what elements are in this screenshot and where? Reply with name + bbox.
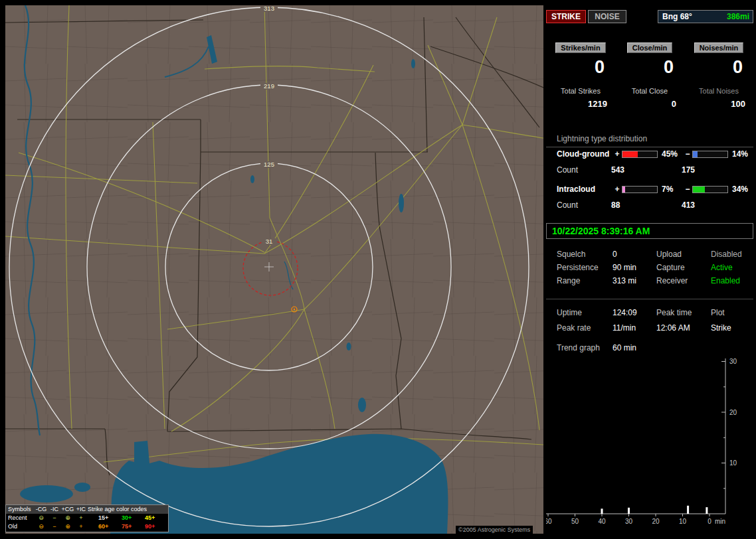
lake bbox=[347, 343, 351, 350]
squelch-value: 0 bbox=[613, 250, 656, 259]
minus-percent: 14% bbox=[728, 149, 751, 159]
minus-percent: 34% bbox=[728, 185, 751, 194]
noise-mode-button[interactable]: NOISE bbox=[588, 10, 626, 23]
plus-percent: 7% bbox=[658, 185, 683, 194]
range-value: 313 mi bbox=[613, 276, 656, 285]
bearing-distance: 386mi bbox=[727, 11, 753, 23]
pos-ic-recent-icon: + bbox=[74, 514, 88, 522]
y-tick-10: 10 bbox=[729, 459, 737, 467]
plus-percent: 45% bbox=[658, 149, 683, 159]
neg-cg-old-icon: ⊖ bbox=[35, 522, 48, 531]
age-code: 75+ bbox=[122, 522, 145, 531]
minus-polarity-bar-fill bbox=[693, 151, 698, 157]
peak-rate-label: Peak rate bbox=[557, 323, 613, 333]
distribution-row-intracloud: Intracloud + 7% − 34% bbox=[557, 185, 753, 194]
divider bbox=[546, 299, 753, 299]
total-strikes-value: 1219 bbox=[546, 99, 615, 109]
minus-polarity-bar bbox=[692, 151, 728, 158]
pos-ic-old-icon: + bbox=[74, 522, 88, 531]
minus-sign: − bbox=[683, 185, 692, 194]
minus-polarity-bar-fill bbox=[693, 187, 705, 193]
range-label: Range bbox=[557, 276, 613, 285]
trend-graph-label: Trend graph bbox=[557, 343, 613, 352]
status-row: Squelch 0 Upload Disabled bbox=[557, 250, 753, 259]
ring-label-31: 31 bbox=[266, 238, 273, 245]
pos-cg-recent-icon: ⊕ bbox=[61, 514, 74, 522]
mode-toolbar: STRIKE NOISE 386mi Bng 68° bbox=[546, 10, 753, 23]
upload-label: Upload bbox=[656, 250, 711, 259]
trend-graph: 30 20 10 60 50 40 30 20 10 0 min bbox=[546, 354, 753, 532]
stats-row: Peak rate 11/min 12:06 AM Strike bbox=[557, 323, 753, 333]
nexstorm-window: 313 219 125 31 Symbols -CG -IC +CG +IC S… bbox=[0, 0, 756, 539]
capture-status: Active bbox=[711, 263, 753, 272]
plot-label: Plot bbox=[711, 308, 753, 317]
legend-col-pos-cg: +CG bbox=[61, 505, 74, 514]
minus-sign: − bbox=[683, 149, 692, 159]
uptime-value: 124:09 bbox=[613, 308, 656, 317]
minus-polarity-bar bbox=[692, 186, 728, 193]
persistence-value: 90 min bbox=[613, 263, 656, 272]
x-tick-60: 60 bbox=[546, 518, 552, 525]
squelch-label: Squelch bbox=[557, 250, 613, 259]
neg-cg-recent-icon: ⊖ bbox=[35, 514, 48, 522]
plus-sign: + bbox=[613, 149, 622, 159]
receiver-label: Receiver bbox=[656, 276, 711, 285]
totals-values-row: 1219 0 100 bbox=[546, 99, 753, 109]
pos-cg-old-icon: ⊕ bbox=[61, 522, 74, 531]
total-noises-label: Total Noises bbox=[684, 87, 753, 95]
age-code: 45+ bbox=[145, 514, 168, 522]
upload-status: Disabled bbox=[711, 250, 753, 259]
stats-row: Uptime 124:09 Peak time Plot bbox=[557, 308, 753, 317]
count-row: Count 88 413 bbox=[557, 200, 753, 210]
close-per-min-value: 0 bbox=[615, 57, 684, 77]
close-per-min-chip: Close/min bbox=[627, 42, 673, 53]
ring-label-313: 313 bbox=[264, 5, 274, 12]
legend-row-old: Old ⊖ − ⊕ + 60+ 75+ 90+ bbox=[6, 522, 168, 531]
plus-count: 88 bbox=[611, 200, 682, 210]
x-axis-unit-label: min bbox=[715, 518, 725, 525]
uptime-label: Uptime bbox=[557, 308, 613, 317]
x-tick-20: 20 bbox=[652, 518, 660, 525]
y-tick-30: 30 bbox=[729, 358, 737, 365]
trend-bar bbox=[628, 508, 630, 514]
minus-count: 413 bbox=[682, 200, 735, 210]
ring-label-125: 125 bbox=[264, 161, 274, 168]
plus-polarity-bar-fill bbox=[622, 151, 638, 157]
x-tick-0: 0 bbox=[708, 518, 711, 525]
capture-label: Capture bbox=[656, 263, 711, 272]
age-code: 90+ bbox=[145, 522, 168, 531]
strike-mode-button[interactable]: STRIKE bbox=[546, 10, 586, 23]
y-tick-20: 20 bbox=[729, 409, 737, 416]
lightning-map[interactable]: 313 219 125 31 Symbols -CG -IC +CG +IC S… bbox=[5, 5, 543, 534]
status-row: Persistence 90 min Capture Active bbox=[557, 263, 753, 272]
lake bbox=[411, 59, 415, 68]
plus-polarity-bar bbox=[622, 186, 658, 193]
plus-count: 543 bbox=[611, 165, 682, 175]
map-svg: 313 219 125 31 bbox=[5, 5, 543, 534]
neg-ic-old-icon: − bbox=[48, 522, 61, 531]
persistence-label: Persistence bbox=[557, 263, 613, 272]
bearing-display: 386mi Bng 68° bbox=[658, 10, 753, 23]
distribution-type-label: Intracloud bbox=[557, 185, 613, 194]
plus-polarity-bar-fill bbox=[622, 187, 625, 193]
legend-col-neg-ic: -IC bbox=[48, 505, 61, 514]
status-panel: STRIKE NOISE 386mi Bng 68° Strikes/min C… bbox=[546, 8, 753, 534]
y-axis-ticks bbox=[721, 362, 725, 489]
trend-bar bbox=[687, 506, 689, 514]
copyright-notice: ©2005 Astrogenic Systems bbox=[456, 526, 533, 534]
lake bbox=[20, 485, 73, 502]
lake bbox=[250, 175, 254, 183]
plot-value: Strike bbox=[711, 323, 753, 333]
datetime-display: 10/22/2025 8:39:16 AM bbox=[546, 223, 753, 239]
legend-symbols-title: Symbols bbox=[8, 505, 35, 514]
strikes-per-min-chip: Strikes/min bbox=[555, 42, 605, 53]
trend-bar bbox=[601, 508, 603, 514]
noises-per-min-chip: Noises/min bbox=[694, 42, 744, 53]
count-row: Count 543 175 bbox=[557, 165, 753, 175]
lake bbox=[74, 483, 90, 492]
distribution-type-label: Cloud-ground bbox=[557, 149, 613, 159]
plus-polarity-bar bbox=[622, 151, 658, 158]
legend-col-pos-ic: +IC bbox=[74, 505, 88, 514]
trend-window-value: 60 min bbox=[613, 343, 656, 352]
age-code: 60+ bbox=[98, 522, 122, 531]
